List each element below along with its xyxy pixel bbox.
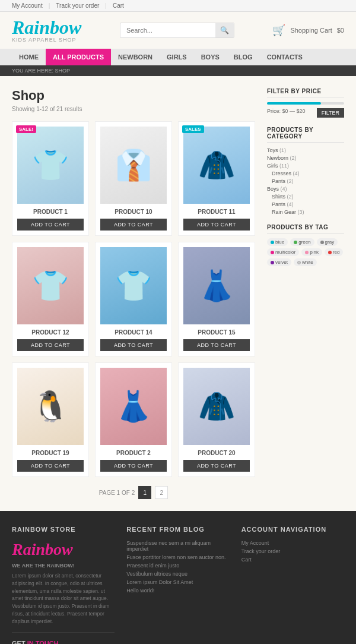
filter-price-section: FILTER BY PRICE Price: $0 — $20 FILTER [267,88,344,118]
product-grid: SALE! 👕 PRODUCT 1 ADD TO CART 👔 PRODUCT … [12,121,255,477]
price-slider-fill [267,102,321,105]
account-track-order[interactable]: Track your order [241,548,344,554]
tag-blue[interactable]: blue [267,238,288,246]
add-to-cart-3[interactable]: ADD TO CART [183,219,250,231]
cart-link[interactable]: Cart [113,2,124,9]
tag-velvet[interactable]: velvet [267,258,291,266]
nav-item-girls[interactable]: GIRLS [160,49,194,65]
blog-post-2[interactable]: Fusce porttitor lorem non sem auctor non… [126,554,229,560]
add-to-cart-9[interactable]: ADD TO CART [183,460,250,472]
add-to-cart-5[interactable]: ADD TO CART [100,339,167,351]
tags-section: PRODUCTS BY TAG blue green gray multicol… [267,224,344,266]
add-to-cart-7[interactable]: ADD TO CART [17,460,84,472]
tag-red[interactable]: red [325,248,344,256]
add-to-cart-2[interactable]: ADD TO CART [100,219,167,231]
blog-post-4[interactable]: Vestibulum ultrices neque [126,571,229,577]
category-section: PRODUCTS BY CATEGORY Toys (1) Newborn (2… [267,127,344,215]
track-order-link[interactable]: Track your order [56,2,99,9]
cat-rain-gear[interactable]: Rain Gear (3) [267,209,344,215]
product-name-9: PRODUCT 20 [183,450,250,456]
product-image-5: 👕 [100,247,167,324]
cat-girls-pants[interactable]: Pants (2) [267,178,344,184]
tags-title: PRODUCTS BY TAG [267,224,344,233]
blog-post-3[interactable]: Praesent id enim justo [126,563,229,569]
category-list: Toys (1) Newborn (2) Girls (11) Dresses … [267,147,344,215]
cat-toys[interactable]: Toys (1) [267,147,344,153]
tag-multicolor[interactable]: multicolor [267,248,299,256]
footer-logo: Rainbow [12,540,115,559]
account-my-account[interactable]: My Account [241,540,344,546]
price-slider[interactable] [267,102,344,105]
breadcrumb: YOU ARE HERE: SHOP [0,65,356,76]
cat-boys[interactable]: Boys (4) [267,186,344,192]
footer-divider-1 [12,632,115,633]
pagination-label: PAGE 1 OF 2 [99,490,135,496]
blog-post-1[interactable]: Suspendisse nec sem a mi aliquam imperdi… [126,540,229,552]
product-image-6: 👗 [183,247,250,324]
content-area: Shop Showing 1-12 of 21 results SALE! 👕 … [12,88,255,499]
product-name-7: PRODUCT 19 [17,450,84,456]
cart-area[interactable]: 🛒 Shopping Cart $0 [272,24,344,37]
product-card-8: 👗 PRODUCT 2 ADD TO CART [95,362,172,477]
search-input[interactable] [120,24,215,37]
page-btn-2[interactable]: 2 [155,486,168,499]
footer-store: RAINBOW STORE Rainbow We are the RAINBOW… [12,526,115,644]
category-title: PRODUCTS BY CATEGORY [267,127,344,143]
product-image-1: 👕 [17,127,84,204]
add-to-cart-6[interactable]: ADD TO CART [183,339,250,351]
sale-badge-1: SALE! [16,125,36,133]
nav-item-newborn[interactable]: NEWBORN [111,49,160,65]
product-card-2: 👔 PRODUCT 10 ADD TO CART [95,121,172,236]
nav-item-contacts[interactable]: CONTACTS [260,49,310,65]
nav-item-boys[interactable]: BOYS [194,49,227,65]
product-card-3: SALES 🧥 PRODUCT 11 ADD TO CART [178,121,255,236]
separator-2: | [105,2,107,9]
product-image-3: 🧥 [183,127,250,204]
cat-newborn[interactable]: Newborn (2) [267,155,344,161]
blog-post-6[interactable]: Hello world! [126,588,229,594]
product-card-1: SALE! 👕 PRODUCT 1 ADD TO CART [12,121,89,236]
get-in-touch-title: GET IN TOUCH [12,640,115,644]
product-image-8: 👗 [100,368,167,445]
product-image-4: 👕 [17,247,84,324]
footer-grid: RAINBOW STORE Rainbow We are the RAINBOW… [12,526,344,644]
product-name-5: PRODUCT 14 [100,329,167,336]
product-card-4: 👕 PRODUCT 12 ADD TO CART [12,242,89,356]
cat-girls[interactable]: Girls (11) [267,163,344,169]
tagline: KIDS APPAREL SHOP [12,37,81,43]
logo-text: Rainbow [12,18,81,37]
cat-boys-pants[interactable]: Pants (4) [267,201,344,207]
cat-shirts[interactable]: Shirts (2) [267,194,344,200]
search-button[interactable]: 🔍 [215,23,234,37]
tags-container: blue green gray multicolor pink red velv… [267,238,344,266]
product-card-7: 🐧 PRODUCT 19 ADD TO CART [12,362,89,477]
page-btn-1[interactable]: 1 [138,486,151,499]
tag-gray[interactable]: gray [317,238,338,246]
blog-post-5[interactable]: Lorem ipsum Dolor Sit Amet [126,579,229,585]
add-to-cart-8[interactable]: ADD TO CART [100,460,167,472]
tag-green[interactable]: green [290,238,314,246]
cat-dresses[interactable]: Dresses (4) [267,171,344,176]
product-name-4: PRODUCT 12 [17,329,84,336]
header: Rainbow KIDS APPAREL SHOP 🔍 🛒 Shopping C… [0,12,356,49]
tag-pink[interactable]: pink [301,248,322,256]
nav-item-home[interactable]: HOME [12,49,46,65]
product-card-5: 👕 PRODUCT 14 ADD TO CART [95,242,172,356]
footer-tagline: We are the RAINBOW! [12,563,115,569]
nav-item-blog[interactable]: BLOG [227,49,260,65]
tag-white[interactable]: white [294,258,317,266]
product-image-7: 🐧 [17,368,84,445]
search-bar: 🔍 [120,23,234,38]
account-cart[interactable]: Cart [241,557,344,563]
filter-button[interactable]: FILTER [317,108,344,118]
results-count: Showing 1-12 of 21 results [12,106,255,112]
cart-icon: 🛒 [272,24,285,37]
product-image-9: 🧥 [183,368,250,445]
nav-item-all-products[interactable]: ALL PRODUCTS [46,49,111,65]
my-account-link[interactable]: My Account [12,2,43,9]
add-to-cart-4[interactable]: ADD TO CART [17,339,84,351]
top-bar: My Account | Track your order | Cart [0,0,356,12]
add-to-cart-1[interactable]: ADD TO CART [17,219,84,231]
footer-blog: RECENT FROM BLOG Suspendisse nec sem a m… [126,526,229,644]
product-name-3: PRODUCT 11 [183,209,250,215]
